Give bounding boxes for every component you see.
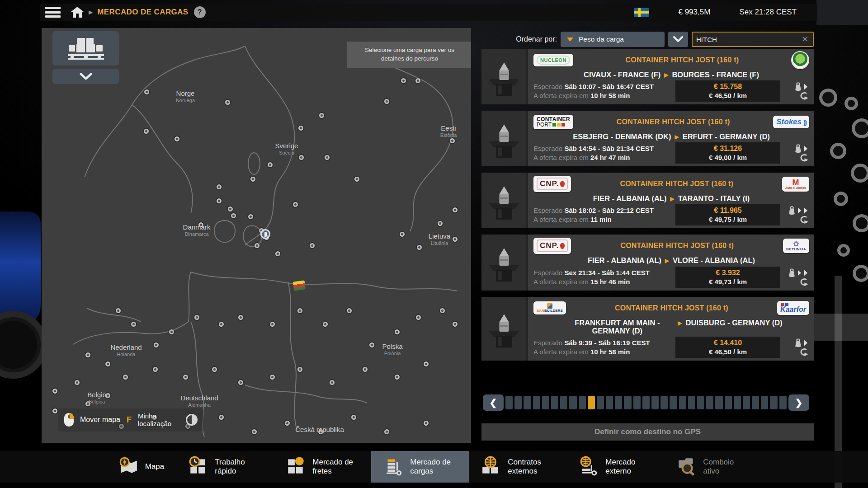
city-cargo-marker[interactable] (384, 99, 389, 104)
pagination-segment[interactable] (524, 396, 531, 409)
pagination-segment[interactable] (688, 396, 695, 409)
city-cargo-marker[interactable] (319, 113, 324, 118)
pagination-segment-active[interactable] (588, 396, 595, 409)
city-cargo-marker[interactable] (310, 243, 315, 248)
city-cargo-marker[interactable] (270, 375, 275, 380)
city-cargo-marker[interactable] (123, 375, 128, 380)
city-cargo-marker[interactable] (105, 393, 110, 398)
sort-dropdown-open-button[interactable] (668, 32, 688, 47)
city-cargo-marker[interactable] (75, 380, 80, 385)
city-cargo-marker[interactable] (415, 78, 420, 83)
city-cargo-marker[interactable] (297, 308, 302, 313)
city-cargo-marker[interactable] (198, 222, 203, 227)
pagination-segment[interactable] (651, 396, 659, 409)
city-cargo-marker[interactable] (318, 429, 323, 434)
city-cargo-marker[interactable] (401, 78, 406, 83)
city-cargo-marker[interactable] (453, 322, 458, 327)
city-cargo-marker[interactable] (275, 251, 280, 256)
nav-mercado-externo[interactable]: Mercado externo (566, 451, 664, 483)
pagination-segment[interactable] (642, 396, 650, 409)
city-cargo-marker[interactable] (384, 429, 389, 434)
city-cargo-marker[interactable] (417, 245, 422, 250)
pagination-segment[interactable] (514, 396, 522, 409)
city-cargo-marker[interactable] (248, 214, 253, 219)
city-cargo-marker[interactable] (323, 322, 328, 327)
city-cargo-marker[interactable] (268, 162, 273, 167)
city-cargo-marker[interactable] (212, 367, 217, 372)
city-cargo-marker[interactable] (438, 221, 443, 226)
help-icon[interactable]: ? (194, 6, 206, 18)
city-cargo-marker[interactable] (424, 361, 429, 366)
nav-mercado-de-cargas[interactable]: Mercado de cargas (371, 451, 469, 483)
city-cargo-marker[interactable] (194, 315, 199, 320)
city-cargo-marker[interactable] (85, 352, 90, 357)
city-cargo-marker[interactable] (416, 315, 421, 320)
nav-trabalho-rapido[interactable]: Trabalho rápido (176, 451, 274, 483)
clear-search-icon[interactable]: ✕ (801, 34, 809, 44)
home-icon[interactable] (71, 6, 84, 18)
city-cargo-marker[interactable] (85, 401, 90, 406)
pagination-segment[interactable] (505, 396, 513, 409)
pagination-segment[interactable] (560, 396, 567, 409)
pagination-segment[interactable] (779, 396, 787, 409)
city-cargo-marker[interactable] (231, 213, 236, 218)
pagination-segment[interactable] (752, 396, 759, 409)
city-cargo-marker[interactable] (217, 184, 222, 189)
pagination-segment[interactable] (579, 396, 586, 409)
city-cargo-marker[interactable] (298, 126, 303, 131)
search-input[interactable] (696, 36, 801, 43)
city-cargo-marker[interactable] (105, 361, 110, 366)
pagination-next-button[interactable]: ❯ (788, 394, 809, 411)
city-cargo-marker[interactable] (270, 322, 275, 327)
pagination-segment[interactable] (597, 396, 604, 409)
city-cargo-marker[interactable] (363, 367, 368, 372)
city-cargo-marker[interactable] (219, 415, 224, 420)
city-cargo-marker[interactable] (250, 177, 255, 182)
city-cargo-marker[interactable] (175, 136, 179, 141)
city-cargo-marker[interactable] (369, 343, 374, 347)
city-cargo-marker[interactable] (453, 207, 458, 212)
city-cargo-marker[interactable] (297, 367, 302, 372)
city-cargo-marker[interactable] (440, 308, 445, 313)
cargo-listing[interactable]: NUCLEONCONTAINER HITCH JOST (160 t)CIVAU… (481, 49, 814, 104)
map-panel[interactable]: NorgeNoruegaSverigeSuéciaEestiEstôniaDan… (42, 28, 471, 443)
city-cargo-marker[interactable] (238, 380, 243, 385)
city-cargo-marker[interactable] (293, 202, 298, 207)
pagination-segment[interactable] (615, 396, 622, 409)
pagination-segment[interactable] (697, 396, 704, 409)
city-cargo-marker[interactable] (144, 89, 149, 94)
nav-contratos-externos[interactable]: Contratos externos (469, 451, 566, 483)
nav-mercado-de-fretes[interactable]: Mercado de fretes (274, 451, 371, 483)
pagination-segment[interactable] (633, 396, 641, 409)
pagination-segment[interactable] (660, 396, 668, 409)
city-cargo-marker[interactable] (450, 138, 455, 143)
city-cargo-marker[interactable] (395, 329, 400, 334)
pagination-segment[interactable] (670, 396, 677, 409)
pagination-segment[interactable] (606, 396, 613, 409)
city-cargo-marker[interactable] (347, 308, 352, 313)
pagination-segment[interactable] (542, 396, 549, 409)
cargo-listing[interactable]: SANBUILDERSCONTAINER HITCH JOST (160 t)K… (481, 297, 814, 361)
cargo-listing[interactable]: CNP.CONTAINER HITCH JOST (160 t)✿BETUNIJ… (481, 235, 814, 290)
city-cargo-marker[interactable] (395, 375, 400, 380)
pagination-segment[interactable] (551, 396, 558, 409)
pagination-prev-button[interactable]: ❮ (483, 394, 504, 411)
city-cargo-marker[interactable] (299, 155, 304, 160)
pagination-segment[interactable] (706, 396, 713, 409)
city-cargo-marker[interactable] (183, 375, 188, 380)
nav-mapa[interactable]: Mapa (106, 451, 176, 483)
sort-dropdown[interactable]: Peso da carga (561, 32, 665, 47)
pagination-segment[interactable] (734, 396, 741, 409)
cargo-listing[interactable]: CONTAINERPORTCONTAINER HITCH JOST (160 t… (481, 111, 814, 166)
pagination-segment[interactable] (725, 396, 732, 409)
city-cargo-marker[interactable] (351, 415, 356, 420)
pagination-segment[interactable] (770, 396, 777, 409)
city-cargo-marker[interactable] (228, 206, 233, 211)
pagination-segment[interactable] (624, 396, 631, 409)
cargo-listing[interactable]: CNP.CONTAINER HITCH JOST (160 t)MAuto di… (481, 173, 814, 228)
pagination-segment[interactable] (533, 396, 540, 409)
city-cargo-marker[interactable] (169, 329, 174, 334)
pagination-segment[interactable] (761, 396, 768, 409)
city-cargo-marker[interactable] (400, 232, 405, 237)
city-cargo-marker[interactable] (453, 237, 458, 242)
